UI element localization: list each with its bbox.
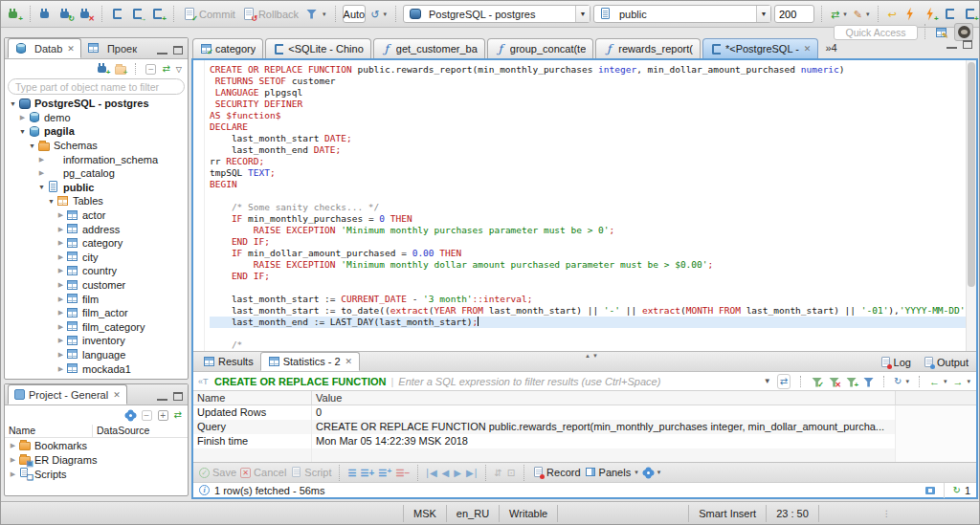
code-line[interactable]: tmpSQL TEXT; <box>210 167 976 179</box>
tree-item-film-actor[interactable]: ▶film_actor <box>5 306 188 320</box>
expander-closed-icon[interactable]: ▶ <box>56 295 66 303</box>
log-button[interactable]: Log <box>880 357 911 368</box>
code-line[interactable]: last_month_start := to_date((extract(YEA… <box>210 305 976 317</box>
editor-tab-category[interactable]: ✓category <box>192 38 263 58</box>
editor-scrollbar[interactable] <box>966 60 976 351</box>
execute-statement-button[interactable] <box>902 7 919 22</box>
code-line[interactable]: CREATE OR REPLACE FUNCTION public.reward… <box>210 64 976 76</box>
expander-closed-icon[interactable]: ▶ <box>56 239 66 247</box>
column-name[interactable]: Name <box>5 425 93 437</box>
filter-expression-input[interactable]: Enter a SQL expression to filter results… <box>398 376 757 387</box>
expander-open-icon[interactable]: ▼ <box>27 142 37 149</box>
schema-combo[interactable]: public ▼ <box>593 5 771 23</box>
tree-item-postgresql-postgres[interactable]: ▼PostgreSQL - postgres <box>5 97 188 111</box>
expander-closed-icon[interactable]: ▶ <box>56 337 66 344</box>
execute-new-tab-button[interactable]: + <box>922 7 939 22</box>
column-name-header[interactable]: Name <box>193 391 312 405</box>
next-result-button[interactable]: →▾ <box>952 375 970 388</box>
execute-script-button[interactable] <box>942 7 959 22</box>
status-insert-mode[interactable]: Smart Insert <box>688 505 766 522</box>
close-icon[interactable]: ✕ <box>804 44 812 54</box>
status-timezone[interactable]: MSK <box>403 505 446 522</box>
new-folder-icon[interactable]: + <box>114 63 125 75</box>
tree-item-city[interactable]: ▶city <box>5 251 188 265</box>
tree-item-public[interactable]: ▼public <box>5 181 188 195</box>
previous-row-icon[interactable]: ◀ <box>442 468 451 478</box>
tree-item-actor[interactable]: ▶actor <box>5 208 188 223</box>
stats-row-finish-time[interactable]: Finish timeMon Mar 05 14:22:39 MSK 2018 <box>193 434 976 448</box>
column-value-header[interactable]: Value <box>312 391 896 405</box>
tree-item-language[interactable]: ▶language <box>5 348 188 362</box>
code-line[interactable]: AS $function$ <box>210 110 976 121</box>
tree-item-pg-catalog[interactable]: ▶pg_catalog <box>5 166 188 181</box>
new-connection-icon[interactable]: + <box>97 63 108 75</box>
expander-closed-icon[interactable]: ▶ <box>8 470 18 478</box>
expander-closed-icon[interactable]: ▶ <box>8 456 18 464</box>
code-line[interactable] <box>210 190 976 202</box>
code-line[interactable] <box>210 282 976 294</box>
sync-connection-button[interactable]: ⇄▾ <box>829 7 849 22</box>
more-tabs-indicator[interactable]: »4 <box>820 42 841 54</box>
disconnect-button[interactable]: ✕ <box>78 7 95 22</box>
expander-closed-icon[interactable]: ▶ <box>17 114 28 121</box>
transaction-mode-menu[interactable]: ▾ <box>303 7 328 22</box>
expander-open-icon[interactable]: ▼ <box>17 128 28 135</box>
project-item-bookmarks[interactable]: ▶Bookmarks <box>5 438 188 452</box>
code-line[interactable]: END IF; <box>210 271 976 282</box>
code-line[interactable]: last_month_start DATE; <box>210 133 976 144</box>
output-button[interactable]: Output <box>923 357 969 368</box>
filter-history-arrow-icon[interactable]: ▼ <box>764 377 771 385</box>
link-with-editor-icon[interactable]: ⇄ <box>162 62 169 76</box>
maximize-icon[interactable] <box>173 46 183 55</box>
code-line[interactable]: RAISE EXCEPTION 'Minimum monthly purchas… <box>210 225 976 236</box>
link-with-editor-icon[interactable]: ⇄ <box>174 408 182 422</box>
code-line[interactable]: SECURITY DEFINER <box>210 98 976 110</box>
close-icon[interactable]: ✕ <box>345 357 353 366</box>
expander-open-icon[interactable]: ▼ <box>36 184 47 190</box>
maximize-icon[interactable] <box>173 392 183 401</box>
project-item-er-diagrams[interactable]: ▶▣ER Diagrams <box>5 452 188 467</box>
tree-item-customer[interactable]: ▶customer <box>5 278 188 293</box>
tab-project-general[interactable]: Project - General ✕ <box>8 384 127 405</box>
delete-row-icon[interactable]: ☰− <box>395 468 410 478</box>
sql-code-area[interactable]: CREATE OR REPLACE FUNCTION public.reward… <box>193 60 976 351</box>
edit-cell-icon[interactable]: ☰ <box>347 468 356 478</box>
code-line-current[interactable]: last_month_end := LAST_DAY(last_month_st… <box>210 317 976 328</box>
editor-tab-get-customer-ba[interactable]: ƒget_customer_ba <box>373 38 485 58</box>
status-caret-position[interactable]: 23 : 50 <box>766 505 819 522</box>
tree-item-film[interactable]: ▶film <box>5 292 188 306</box>
status-locale[interactable]: en_RU <box>446 505 499 522</box>
add-row-icon[interactable]: ☰+ <box>360 468 374 478</box>
minimize-icon[interactable] <box>157 392 167 401</box>
last-row-icon[interactable]: ▶| <box>466 468 478 478</box>
new-transaction-button[interactable]: + <box>149 7 167 22</box>
expander-closed-icon[interactable]: ▶ <box>56 253 66 261</box>
sash-resize-handle[interactable]: ▲▼ <box>585 353 600 359</box>
minimize-icon[interactable] <box>947 40 957 49</box>
status-writable[interactable]: Writable <box>499 505 558 522</box>
previous-result-button[interactable]: ←▾ <box>929 375 947 388</box>
query-history-button[interactable]: ↺▾ <box>368 7 389 22</box>
expander-closed-icon[interactable]: ▶ <box>8 442 18 449</box>
expander-closed-icon[interactable]: ▶ <box>56 267 66 274</box>
code-line[interactable]: /* Some sanity checks... */ <box>210 202 976 213</box>
code-line[interactable]: IF min_dollar_amount_purchased = 0.00 TH… <box>210 248 976 259</box>
tree-item-demo[interactable]: ▶demo <box>5 111 188 125</box>
connection-combo[interactable]: PostgreSQL - postgres ▼ <box>403 5 590 23</box>
tab-results[interactable]: Results <box>196 352 260 371</box>
editor-tab--postgresql-[interactable]: *<PostgreSQL - ✕ <box>702 38 818 58</box>
reconnect-button[interactable] <box>37 7 55 22</box>
filter-apply-icon[interactable]: ✓ <box>811 376 822 387</box>
tree-item-mockada1[interactable]: ▶mockada1 <box>5 361 188 376</box>
code-line[interactable]: last_month_end DATE; <box>210 144 976 156</box>
record-button[interactable]: Record <box>532 467 580 478</box>
filter-save-icon[interactable]: + <box>845 376 857 387</box>
expander-closed-icon[interactable]: ▶ <box>56 226 66 233</box>
code-line[interactable]: rr RECORD; <box>210 156 976 167</box>
code-line[interactable]: RETURNS SETOF customer <box>210 76 976 87</box>
minimize-icon[interactable] <box>157 46 167 55</box>
pin-panel-icon[interactable] <box>924 485 936 496</box>
expander-open-icon[interactable]: ▼ <box>46 198 56 205</box>
transaction-log-button[interactable] <box>109 7 126 22</box>
tree-item-tables[interactable]: ▼Tables <box>5 194 188 208</box>
